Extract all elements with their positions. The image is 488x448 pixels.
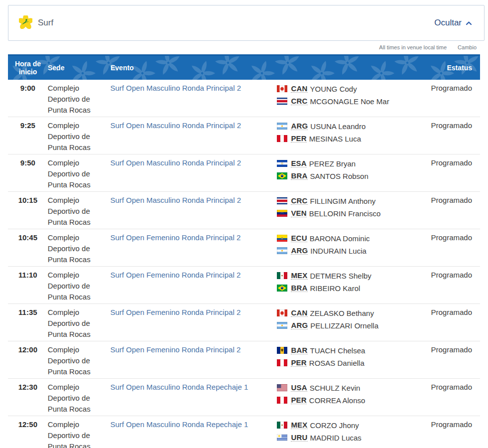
event-link[interactable]: Surf Open Masculino Ronda Repechaje 1 (110, 420, 248, 429)
flag-ecu-icon (277, 235, 287, 242)
competitor: CANZELASKO Bethany (277, 307, 431, 318)
competitor: USASCHULZ Kevin (277, 382, 431, 393)
event-link[interactable]: Surf Open Femenino Ronda Principal 2 (110, 233, 241, 242)
event-link[interactable]: Surf Open Masculino Ronda Repechaje 1 (110, 383, 248, 391)
cambio-link[interactable]: Cambio (458, 44, 477, 50)
table-row: 11:10 Complejo Deportivo de Punta Rocas … (8, 267, 480, 304)
competitor: PERROSAS Daniella (277, 357, 431, 368)
competitor: BRARIBEIRO Karol (277, 283, 431, 294)
flag-bra-icon (277, 172, 287, 179)
noc-code[interactable]: ARG (291, 247, 308, 255)
chevron-up-icon (466, 18, 472, 28)
athlete-name: SCHULZ Kevin (310, 384, 361, 392)
status-label: Programado (431, 419, 480, 430)
competitor: BARTUACH Chelsea (277, 345, 431, 356)
event-link[interactable]: Surf Open Femenino Ronda Principal 2 (110, 308, 241, 316)
venue-name: Complejo Deportivo de Punta Rocas (48, 232, 111, 265)
event-link[interactable]: Surf Open Masculino Ronda Principal 2 (110, 158, 241, 167)
start-time: 12:50 (8, 419, 48, 430)
noc-code[interactable]: PER (291, 359, 306, 367)
table-row: 12:30 Complejo Deportivo de Punta Rocas … (8, 379, 480, 416)
schedule-table: Hora de inicio Sede Evento Estatus 9:00 … (8, 54, 480, 448)
competitor: ECUBARONA Dominic (277, 233, 431, 244)
noc-code[interactable]: BRA (291, 172, 307, 180)
athlete-name: INDURAIN Lucia (310, 247, 366, 255)
athlete-name: ZELASKO Bethany (310, 309, 374, 317)
status-label: Programado (431, 120, 480, 131)
athlete-name: BELLORIN Francisco (309, 209, 380, 218)
competitor: CANYOUNG Cody (277, 83, 431, 94)
event-link[interactable]: Surf Open Masculino Ronda Principal 2 (110, 121, 241, 130)
competitor: URUMADRID Lucas (277, 432, 431, 443)
schedule-page: Surf Ocultar All times in venue local ti… (0, 0, 488, 448)
table-row: 12:00 Complejo Deportivo de Punta Rocas … (8, 341, 480, 379)
athlete-name: FILLINGIM Anthony (310, 197, 376, 205)
noc-code[interactable]: BRA (291, 284, 307, 292)
event-link[interactable]: Surf Open Femenino Ronda Principal 2 (110, 345, 241, 354)
start-time: 10:45 (8, 232, 48, 243)
athlete-name: DETMERS Shelby (310, 272, 371, 280)
table-header-row: Hora de inicio Sede Evento Estatus (8, 54, 480, 80)
noc-code[interactable]: MEX (291, 272, 307, 280)
flag-ven-icon (277, 210, 287, 217)
start-time: 12:00 (8, 344, 48, 355)
noc-code[interactable]: USA (291, 384, 307, 392)
noc-code[interactable]: ECU (291, 234, 307, 242)
noc-code[interactable]: CRC (291, 197, 307, 205)
table-row: 9:00 Complejo Deportivo de Punta Rocas S… (8, 80, 480, 117)
start-time: 10:15 (8, 195, 48, 206)
start-time: 11:35 (8, 307, 48, 318)
noc-code[interactable]: BAR (291, 346, 307, 354)
competitor: ARGPELLIZZARI Ornella (277, 320, 431, 331)
noc-code[interactable]: CRC (291, 97, 307, 105)
athlete-name: MESINAS Luca (309, 135, 361, 143)
sport-title: Surf (38, 18, 53, 28)
competitor: MEXCORZO Jhony (277, 420, 431, 431)
competitors-cell: CANYOUNG CodyCRCMCGONAGLE Noe Mar (277, 83, 431, 107)
flag-arg-icon (277, 247, 287, 254)
collapse-toggle-button[interactable]: Ocultar (434, 18, 472, 28)
competitors-cell: MEXCORZO JhonyURUMADRID Lucas (277, 419, 431, 443)
athlete-name: USUNA Leandro (310, 122, 366, 131)
flag-mex-icon (277, 272, 287, 279)
flag-crc-icon (277, 197, 287, 204)
competitor: ARGUSUNA Leandro (277, 121, 431, 132)
competitor: ESAPEREZ Bryan (277, 158, 431, 169)
table-row: 9:50 Complejo Deportivo de Punta Rocas S… (8, 154, 480, 192)
event-link[interactable]: Surf Open Masculino Ronda Principal 2 (110, 84, 241, 92)
noc-code[interactable]: ESA (291, 159, 306, 167)
noc-code[interactable]: CAN (291, 85, 307, 93)
flag-crc-icon (277, 98, 287, 105)
noc-code[interactable]: ARG (291, 321, 308, 329)
event-link[interactable]: Surf Open Femenino Ronda Principal 2 (110, 271, 241, 279)
noc-code[interactable]: CAN (291, 309, 307, 317)
status-label: Programado (431, 382, 480, 393)
noc-code[interactable]: PER (291, 396, 306, 404)
start-time: 12:30 (8, 382, 48, 393)
noc-code[interactable]: PER (291, 135, 306, 143)
start-time: 9:00 (8, 83, 48, 94)
event-link[interactable]: Surf Open Masculino Ronda Principal 2 (110, 196, 241, 204)
noc-code[interactable]: ARG (291, 122, 308, 130)
status-label: Programado (431, 195, 480, 206)
table-row: 11:35 Complejo Deportivo de Punta Rocas … (8, 304, 480, 341)
sport-panel-header: Surf Ocultar (8, 5, 485, 41)
noc-code[interactable]: VEN (291, 209, 306, 217)
competitors-cell: CANZELASKO BethanyARGPELLIZZARI Ornella (277, 307, 431, 331)
timezone-note-text: All times in venue local time (379, 44, 447, 50)
status-label: Programado (431, 83, 480, 94)
venue-name: Complejo Deportivo de Punta Rocas (48, 307, 111, 340)
venue-name: Complejo Deportivo de Punta Rocas (48, 344, 111, 377)
noc-code[interactable]: URU (291, 434, 307, 442)
competitors-cell: ARGUSUNA LeandroPERMESINAS Luca (277, 120, 431, 144)
athlete-name: CORREA Alonso (309, 396, 366, 405)
flag-bra-icon (277, 285, 287, 292)
competitors-cell: MEXDETMERS ShelbyBRARIBEIRO Karol (277, 270, 431, 294)
venue-name: Complejo Deportivo de Punta Rocas (48, 157, 111, 190)
noc-code[interactable]: MEX (291, 421, 307, 429)
column-header-event: Evento (111, 64, 278, 72)
start-time: 9:25 (8, 120, 48, 131)
column-header-venue: Sede (48, 64, 111, 72)
status-label: Programado (431, 307, 480, 318)
table-body: 9:00 Complejo Deportivo de Punta Rocas S… (8, 80, 480, 448)
